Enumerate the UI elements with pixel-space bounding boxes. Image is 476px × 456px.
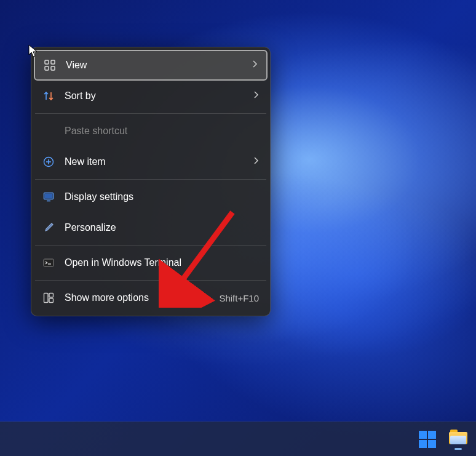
taskbar [0,422,476,456]
terminal-icon [42,257,55,269]
chevron-right-icon [252,60,258,71]
menu-label: New item [65,156,243,167]
svg-rect-9 [49,294,54,298]
menu-item-personalize[interactable]: Personalize [34,212,268,243]
file-explorer-icon [449,432,467,447]
new-plus-icon [42,156,55,168]
display-monitor-icon [42,191,55,203]
menu-item-display-settings[interactable]: Display settings [34,182,268,212]
menu-label: Sort by [65,90,243,102]
menu-item-sort-by[interactable]: Sort by [34,81,268,111]
svg-rect-7 [44,259,54,266]
desktop-context-menu: View Sort by Paste shortcut New item [31,47,271,316]
svg-rect-1 [51,60,55,64]
menu-separator [35,179,266,180]
svg-rect-3 [51,66,55,70]
windows-logo-icon [419,431,436,448]
svg-rect-6 [45,194,53,199]
blank-icon [42,125,55,137]
menu-label: Open in Windows Terminal [65,257,259,268]
start-button[interactable] [418,430,437,449]
chevron-right-icon [253,156,259,167]
menu-label: Personalize [65,222,259,233]
paintbrush-icon [42,222,55,234]
chevron-right-icon [253,90,259,102]
more-options-icon [42,292,55,304]
menu-item-paste-shortcut: Paste shortcut [34,116,268,146]
menu-separator [35,113,266,114]
menu-label: Show more options [65,292,209,303]
menu-separator [35,280,266,281]
svg-rect-8 [44,294,49,303]
menu-label: View [66,60,242,71]
svg-rect-10 [49,298,54,303]
menu-item-new[interactable]: New item [34,146,268,177]
svg-rect-2 [45,66,49,70]
menu-label: Paste shortcut [65,126,259,137]
menu-separator [35,245,266,246]
sort-arrows-icon [42,90,55,102]
svg-rect-0 [45,60,49,64]
view-grid-icon [44,59,56,71]
file-explorer-button[interactable] [449,430,467,449]
menu-shortcut: Shift+F10 [219,293,259,303]
menu-label: Display settings [65,191,259,202]
menu-item-windows-terminal[interactable]: Open in Windows Terminal [34,247,268,278]
menu-item-view[interactable]: View [34,50,268,81]
menu-item-show-more-options[interactable]: Show more options Shift+F10 [34,282,268,313]
